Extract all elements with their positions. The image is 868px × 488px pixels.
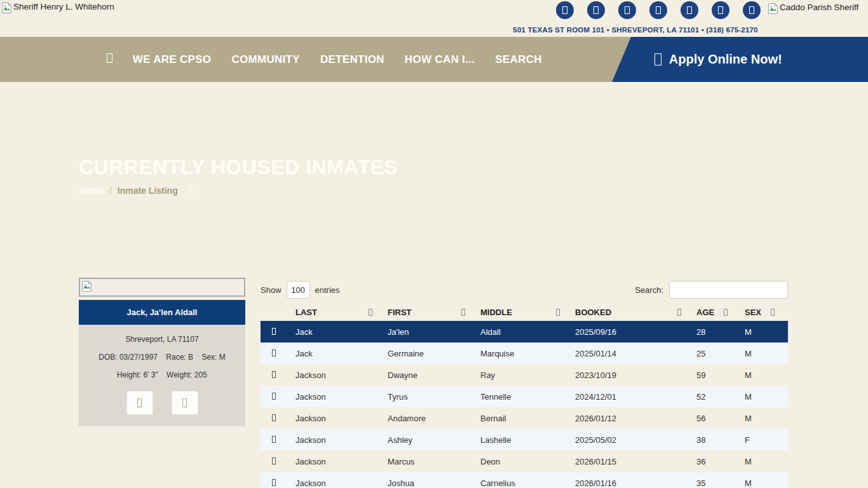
home-icon[interactable]: [107, 53, 112, 65]
social-icon[interactable]: [712, 1, 729, 19]
dob-label: DOB:: [98, 353, 117, 362]
nav-item-we-are-cpso[interactable]: WE ARE CPSO: [133, 53, 212, 66]
header-label: MIDDLE: [480, 308, 512, 317]
sheriff-logo-alt-text: Sheriff Henry L. Whitehorn: [13, 2, 114, 11]
entries-label: entries: [315, 285, 340, 295]
cell-booked: 2025/05/02: [575, 429, 696, 451]
column-header-sex[interactable]: SEX: [745, 304, 788, 321]
page-length-control: Show 100 entries: [261, 281, 340, 299]
cell-age: 35: [696, 472, 745, 488]
cell-middle: Ray: [480, 364, 575, 386]
table-row[interactable]: Jackson Ashley Lashelle 2025/05/02 38 F: [261, 429, 788, 451]
search-control: Search:: [635, 281, 788, 299]
table-row[interactable]: Jack Germaine Marquise 2025/01/14 25 M: [261, 342, 788, 364]
cell-middle: Marquise: [480, 342, 575, 364]
cell-last: Jackson: [295, 429, 388, 451]
header-label: SEX: [745, 308, 761, 317]
table-row[interactable]: Jackson Dwayne Ray 2023/10/19 59 M: [261, 364, 788, 386]
sex-value: M: [219, 353, 226, 362]
cell-middle: Bernail: [480, 407, 575, 429]
social-glyph-icon: [749, 6, 754, 14]
social-icon[interactable]: [556, 1, 574, 19]
social-icon[interactable]: [681, 1, 698, 19]
expand-row-icon[interactable]: [272, 458, 276, 464]
table-row[interactable]: Jackson Tyrus Tennelle 2024/12/01 52 M: [261, 386, 788, 407]
column-header-age[interactable]: AGE: [696, 304, 745, 321]
social-icon[interactable]: [743, 1, 761, 19]
dob-value: 03/27/1997: [119, 353, 158, 362]
header-label: BOOKED: [575, 308, 611, 317]
nav-item-how-can-i[interactable]: HOW CAN I...: [405, 53, 475, 66]
next-inmate-button[interactable]: [172, 391, 198, 415]
table-header-row: LAST FIRST MIDDLE BOOKED AGE SEX: [261, 304, 788, 321]
cell-age: 28: [696, 321, 745, 342]
expand-row-icon[interactable]: [272, 393, 276, 399]
sort-icon: [556, 309, 560, 315]
inmate-height-weight-line: Height: 6' 3" Weight: 205: [84, 370, 240, 379]
page-title: CURRENTLY HOUSED INMATES: [79, 156, 398, 179]
expand-row-icon[interactable]: [272, 349, 276, 356]
social-icon[interactable]: [618, 1, 636, 19]
sex-label: Sex:: [201, 353, 217, 362]
expand-row-icon[interactable]: [272, 328, 276, 334]
social-icon[interactable]: [587, 1, 605, 19]
expand-row-icon[interactable]: [272, 479, 276, 485]
expand-row-icon[interactable]: [272, 436, 276, 442]
apply-online-button[interactable]: Apply Online Now!: [612, 37, 868, 82]
table-row-selected[interactable]: Jack Ja'len Aldall 2025/09/16 28 M: [261, 321, 788, 342]
expand-row-icon[interactable]: [272, 371, 276, 377]
header-label: LAST: [295, 308, 317, 317]
cell-sex: M: [745, 342, 788, 364]
cell-first: Germaine: [388, 342, 480, 364]
column-header-last[interactable]: LAST: [295, 304, 388, 321]
column-header-first[interactable]: FIRST: [388, 304, 480, 321]
prev-inmate-button[interactable]: [126, 391, 153, 415]
broken-image-icon: [1, 2, 12, 16]
caddo-parish-logo-alt-text: Caddo Parish Sheriff: [780, 3, 858, 12]
table-row[interactable]: Jackson Joshua Carnelius 2026/01/16 35 M: [261, 472, 788, 488]
cell-booked: 2026/01/12: [575, 407, 696, 429]
table-row[interactable]: Jackson Marcus Deon 2026/01/15 36 M: [261, 451, 788, 472]
weight-label: Weight:: [166, 370, 192, 379]
column-header-booked[interactable]: BOOKED: [575, 304, 696, 321]
cell-sex: F: [745, 429, 788, 451]
column-header-middle[interactable]: MIDDLE: [480, 304, 575, 321]
breadcrumb-current: Inmate Listing: [118, 186, 178, 196]
home-glyph-icon: [107, 53, 112, 63]
expand-row-icon[interactable]: [272, 414, 276, 421]
cell-last: Jackson: [295, 386, 388, 407]
race-label: Race:: [166, 353, 186, 362]
height-value: 6' 3": [143, 370, 158, 379]
cell-last: Jackson: [295, 472, 388, 488]
inmate-detail-card: Jack, Ja'len Aldall Shreveport, LA 71107…: [79, 278, 245, 426]
cell-middle: Lashelle: [480, 429, 575, 451]
cell-sex: M: [745, 386, 788, 407]
cell-age: 38: [696, 429, 745, 451]
social-icon[interactable]: [649, 1, 667, 19]
nav-item-detention[interactable]: DETENTION: [320, 53, 384, 66]
cell-age: 25: [696, 342, 745, 364]
page-length-select[interactable]: 100: [287, 281, 310, 299]
cell-sex: M: [745, 472, 788, 488]
social-glyph-icon: [687, 6, 691, 14]
inmates-table: LAST FIRST MIDDLE BOOKED AGE SEX Jack Ja…: [261, 304, 788, 488]
nav-item-search[interactable]: SEARCH: [495, 53, 542, 66]
cell-booked: 2023/10/19: [575, 364, 696, 386]
nav-item-community[interactable]: COMMUNITY: [231, 53, 300, 66]
sheriff-logo-link[interactable]: Sheriff Henry L. Whitehorn: [1, 2, 114, 16]
cell-first: Joshua: [388, 472, 480, 488]
social-glyph-icon: [718, 6, 722, 14]
cell-booked: 2026/01/16: [575, 472, 696, 488]
address-line: 501 TEXAS ST ROOM 101 • SHREVEPORT, LA 7…: [502, 26, 769, 34]
caddo-parish-logo-link[interactable]: Caddo Parish Sheriff: [768, 3, 858, 17]
cell-sex: M: [745, 407, 788, 429]
race-value: B: [188, 353, 193, 362]
header-label: AGE: [696, 308, 714, 317]
cell-first: Andamore: [388, 407, 480, 429]
prev-glyph-icon: [137, 398, 142, 407]
breadcrumb-glyph-icon: [189, 187, 193, 194]
social-glyph-icon: [593, 6, 598, 14]
table-row[interactable]: Jackson Andamore Bernail 2026/01/12 56 M: [261, 407, 788, 429]
search-input[interactable]: [669, 281, 788, 299]
breadcrumb-home-link[interactable]: Home: [79, 186, 104, 196]
